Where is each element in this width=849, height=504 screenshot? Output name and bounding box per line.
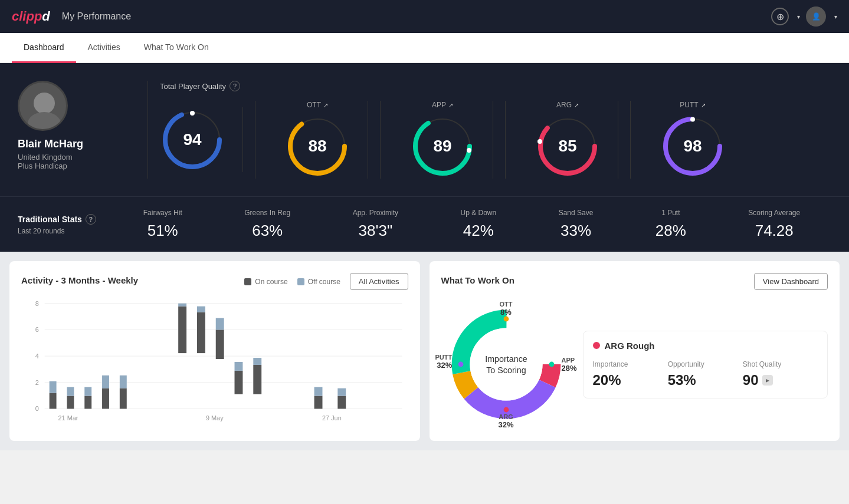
arrow-putt: ↗ <box>701 102 706 108</box>
ott-value: 88 <box>308 137 326 156</box>
svg-rect-29 <box>67 387 74 396</box>
svg-rect-42 <box>235 371 243 394</box>
svg-text:0: 0 <box>35 405 39 412</box>
svg-rect-44 <box>253 365 261 394</box>
svg-point-9 <box>467 148 471 153</box>
arrow-arg: ↗ <box>574 102 579 108</box>
stats-help-icon[interactable]: ? <box>86 214 96 225</box>
work-on-panel: What To Work On View Dashboard <box>430 261 840 441</box>
label-app: APP 28% <box>561 357 576 373</box>
activity-panel: Activity - 3 Months - Weekly On course O… <box>9 261 420 441</box>
score-label-arg: ARG ↗ <box>556 101 579 109</box>
svg-text:8: 8 <box>35 300 39 307</box>
avatar-dropdown-arrow: ▾ <box>834 14 837 20</box>
svg-point-4 <box>190 111 195 116</box>
stat-sandsave: Sand Save 33% <box>559 209 594 240</box>
circle-arg: 85 <box>535 114 600 179</box>
svg-text:6: 6 <box>35 326 39 333</box>
arg-value: 85 <box>558 137 576 156</box>
score-label-putt: PUTT ↗ <box>680 101 705 109</box>
svg-point-1 <box>28 112 61 131</box>
total-value: 94 <box>183 130 201 149</box>
scores-section: Total Player Quality ? 94 <box>160 81 831 179</box>
work-on-content: Importance To Scoring OTT 8% APP 28% <box>441 299 828 429</box>
total-quality-label: Total Player Quality ? <box>160 81 831 91</box>
tab-activities[interactable]: Activities <box>76 33 132 63</box>
app-value: 89 <box>433 137 451 156</box>
metric-shotquality: Shot Quality 90 ▸ <box>743 360 818 388</box>
svg-rect-36 <box>178 307 186 353</box>
nav-left: clippd My Performance <box>12 9 131 24</box>
player-avatar <box>18 81 68 131</box>
chart-legend: On course Off course All Activities <box>244 273 408 290</box>
svg-rect-30 <box>84 396 91 409</box>
svg-point-63 <box>458 362 463 367</box>
card-title: ARG Rough <box>593 341 818 351</box>
view-dashboard-button[interactable]: View Dashboard <box>754 273 828 290</box>
offcourse-dot <box>297 278 304 285</box>
card-detail: ARG Rough Importance 20% Opportunity 53%… <box>583 331 828 398</box>
circle-ott: 88 <box>285 114 350 179</box>
tab-dashboard[interactable]: Dashboard <box>12 33 76 63</box>
svg-text:2: 2 <box>35 379 39 386</box>
svg-rect-34 <box>120 388 127 409</box>
top-nav: clippd My Performance ⊕ ▾ 👤 ▾ <box>0 0 849 33</box>
stat-items: Fairways Hit 51% Greens In Reg 63% App. … <box>112 209 831 240</box>
svg-point-60 <box>503 317 509 322</box>
player-info: Blair McHarg United Kingdom Plus Handica… <box>18 81 136 170</box>
add-dropdown-arrow: ▾ <box>797 14 800 20</box>
score-app: APP ↗ 89 <box>392 101 493 179</box>
help-icon[interactable]: ? <box>230 81 240 91</box>
svg-point-57 <box>470 328 542 400</box>
svg-rect-38 <box>197 312 205 354</box>
svg-point-61 <box>549 362 554 367</box>
svg-text:27 Jun: 27 Jun <box>322 414 342 421</box>
player-name: Blair McHarg <box>18 138 83 150</box>
svg-text:9 May: 9 May <box>206 414 224 421</box>
score-ott: OTT ↗ 88 <box>267 101 368 179</box>
tab-what-to-work-on[interactable]: What To Work On <box>132 33 221 63</box>
svg-rect-35 <box>120 375 127 388</box>
avatar[interactable]: 👤 <box>806 6 826 27</box>
bottom-panels: Activity - 3 Months - Weekly On course O… <box>0 252 849 450</box>
stat-proximity: App. Proximity 38'3" <box>353 209 398 240</box>
donut-svg: Importance To Scoring <box>441 299 571 429</box>
svg-rect-45 <box>253 358 261 365</box>
stat-section-sub: Last 20 rounds <box>18 227 112 235</box>
donut-container: Importance To Scoring OTT 8% APP 28% <box>441 299 571 429</box>
svg-rect-41 <box>216 318 224 330</box>
chart-area: 8 6 4 2 0 <box>21 297 408 427</box>
divider-app <box>380 101 381 179</box>
divider-putt <box>630 101 631 179</box>
work-on-header: What To Work On View Dashboard <box>441 273 828 290</box>
score-arg: ARG ↗ 85 <box>517 101 618 179</box>
svg-rect-40 <box>216 330 224 359</box>
svg-point-62 <box>503 407 509 413</box>
stat-section-label: Traditional Stats ? Last 20 rounds <box>18 214 112 235</box>
svg-rect-32 <box>102 388 109 409</box>
score-circles: 94 OTT ↗ 88 <box>160 101 831 179</box>
divider-ott <box>255 101 255 179</box>
score-label-app: APP ↗ <box>432 101 453 109</box>
all-activities-button[interactable]: All Activities <box>350 273 408 290</box>
hero-section: Blair McHarg United Kingdom Plus Handica… <box>0 63 849 196</box>
activity-chart-svg: 8 6 4 2 0 <box>21 297 408 427</box>
metric-opportunity: Opportunity 53% <box>668 360 743 388</box>
svg-rect-27 <box>50 381 57 393</box>
stat-oneputt: 1 Putt 28% <box>655 209 686 240</box>
nav-right: ⊕ ▾ 👤 ▾ <box>771 6 837 27</box>
circle-putt: 98 <box>660 114 725 179</box>
add-button[interactable]: ⊕ <box>771 8 789 25</box>
svg-rect-37 <box>178 304 186 307</box>
stat-updown: Up & Down 42% <box>461 209 497 240</box>
nav-title: My Performance <box>62 11 131 22</box>
traditional-stats: Traditional Stats ? Last 20 rounds Fairw… <box>0 196 849 252</box>
card-dot <box>593 342 600 349</box>
arrow-ott: ↗ <box>323 102 328 108</box>
svg-text:21 Mar: 21 Mar <box>58 414 78 421</box>
svg-rect-39 <box>197 307 205 312</box>
svg-rect-33 <box>102 375 109 388</box>
stat-greens: Greens In Reg 63% <box>244 209 290 240</box>
svg-rect-49 <box>337 388 346 396</box>
card-metrics: Importance 20% Opportunity 53% Shot Qual… <box>593 360 818 388</box>
